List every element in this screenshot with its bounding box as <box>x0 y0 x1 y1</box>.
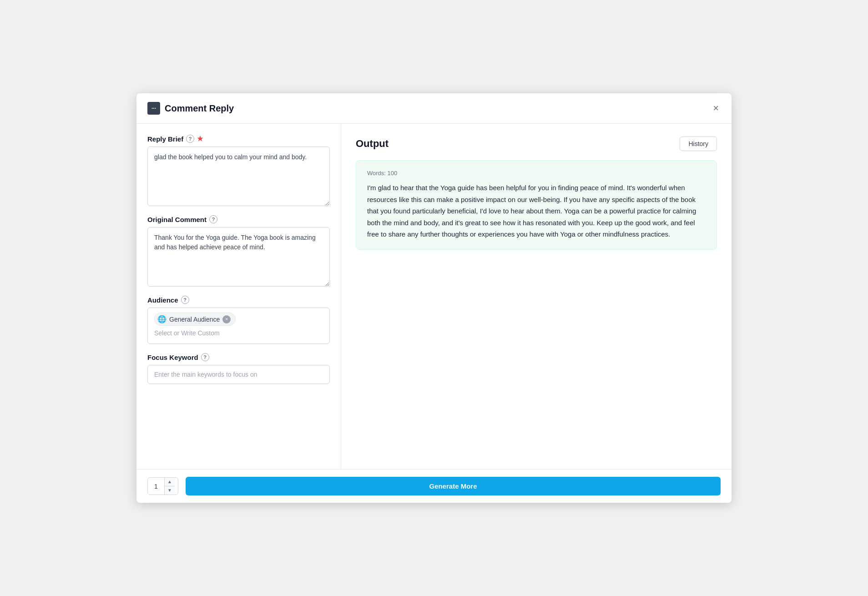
reply-brief-section: Reply Brief ? ★ glad the book helped you… <box>147 135 330 206</box>
output-header: Output History <box>356 136 717 151</box>
stepper-up-button[interactable]: ▲ <box>165 478 175 486</box>
focus-keyword-label: Focus Keyword ? <box>147 353 330 361</box>
right-panel: Output History Words: 100 I'm glad to he… <box>341 124 732 469</box>
close-button[interactable]: × <box>711 101 721 115</box>
focus-keyword-input[interactable] <box>147 365 330 384</box>
output-card: Words: 100 I'm glad to hear that the Yog… <box>356 160 717 250</box>
history-button[interactable]: History <box>680 136 717 151</box>
required-indicator: ★ <box>197 135 203 143</box>
globe-icon: 🌐 <box>157 315 167 323</box>
original-comment-section: Original Comment ? Thank You for the Yog… <box>147 215 330 287</box>
original-comment-textarea[interactable]: Thank You for the Yoga guide. The Yoga b… <box>147 227 330 287</box>
modal-header-left: ··· Comment Reply <box>147 102 234 115</box>
app-icon: ··· <box>147 102 160 115</box>
audience-section: Audience ? 🌐 General Audience × Select o… <box>147 296 330 344</box>
audience-tag: 🌐 General Audience × <box>154 313 236 326</box>
output-title: Output <box>356 138 389 150</box>
modal-body: Reply Brief ? ★ glad the book helped you… <box>136 124 732 469</box>
stepper-input[interactable] <box>148 479 164 494</box>
remove-audience-tag-button[interactable]: × <box>222 315 231 323</box>
stepper-buttons: ▲ ▼ <box>164 478 175 495</box>
original-comment-help-icon[interactable]: ? <box>209 215 217 223</box>
modal-title: Comment Reply <box>165 103 234 114</box>
focus-keyword-section: Focus Keyword ? <box>147 353 330 384</box>
generate-more-button[interactable]: Generate More <box>186 477 721 495</box>
output-text: I'm glad to hear that the Yoga guide has… <box>367 182 706 240</box>
audience-input-box[interactable]: 🌐 General Audience × Select or Write Cus… <box>147 308 330 344</box>
modal-header: ··· Comment Reply × <box>136 93 732 124</box>
reply-brief-help-icon[interactable]: ? <box>186 135 194 143</box>
audience-help-icon[interactable]: ? <box>181 296 189 304</box>
focus-keyword-help-icon[interactable]: ? <box>201 353 209 361</box>
audience-tag-label: General Audience <box>169 316 220 323</box>
audience-placeholder: Select or Write Custom <box>154 329 323 337</box>
word-count: Words: 100 <box>367 170 706 177</box>
modal: ··· Comment Reply × Reply Brief ? ★ glad… <box>136 93 732 503</box>
audience-label: Audience ? <box>147 296 330 304</box>
stepper-down-button[interactable]: ▼ <box>165 486 175 495</box>
reply-brief-textarea[interactable]: glad the book helped you to calm your mi… <box>147 146 330 206</box>
bottom-bar: ▲ ▼ Generate More <box>136 469 732 503</box>
reply-brief-label: Reply Brief ? ★ <box>147 135 330 143</box>
left-panel: Reply Brief ? ★ glad the book helped you… <box>136 124 341 469</box>
quantity-stepper[interactable]: ▲ ▼ <box>147 477 178 495</box>
original-comment-label: Original Comment ? <box>147 215 330 223</box>
